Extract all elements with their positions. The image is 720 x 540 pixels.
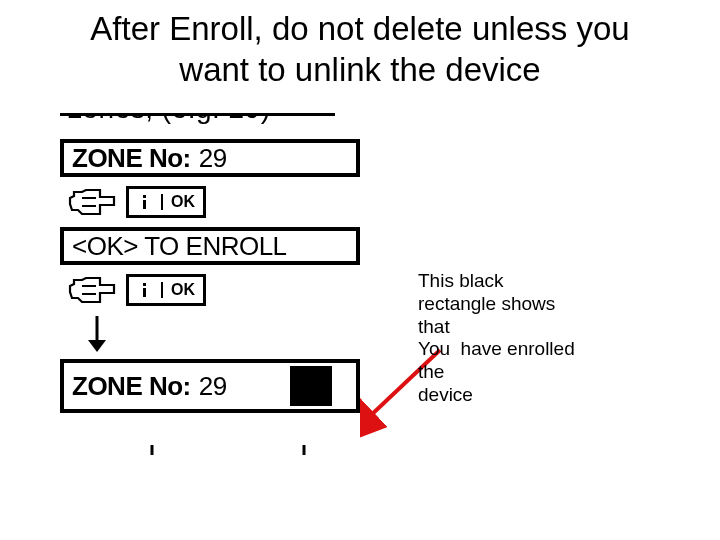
flow-down-arrow-row (60, 315, 370, 353)
enroll-flow-diagram: zones, (e.g. 29) ZONE No: 29 (60, 113, 370, 413)
lcd-ok-to-enroll: <OK> TO ENROLL (60, 227, 360, 265)
enrolled-indicator-square (290, 366, 332, 406)
callout-line-3: that (418, 316, 633, 339)
zone-value-2: 29 (199, 371, 227, 402)
info-i-icon (137, 194, 153, 210)
svg-rect-6 (143, 200, 146, 209)
ok-key: OK (126, 274, 206, 306)
cropped-previous-step: zones, (e.g. 29) (60, 113, 370, 135)
svg-rect-5 (143, 195, 146, 198)
svg-rect-13 (143, 288, 146, 297)
ok-key: OK (126, 186, 206, 218)
page-title: After Enroll, do not delete unless you w… (0, 8, 720, 91)
ok-key-label-2: OK (171, 281, 195, 299)
callout-text: This black rectangle shows that You have… (418, 270, 633, 407)
zone-label-1: ZONE No: (72, 143, 191, 174)
callout-line-6: device (418, 384, 633, 407)
svg-rect-7 (161, 194, 163, 210)
svg-rect-12 (143, 283, 146, 286)
title-line-2: want to unlink the device (179, 51, 540, 88)
arrow-down-icon (86, 316, 108, 352)
info-i-icon (137, 282, 153, 298)
cropped-continuation-ticks (60, 445, 360, 459)
divider-icon (159, 194, 165, 210)
cropped-previous-text: zones, (e.g. 29) (68, 113, 271, 125)
callout-line-5: the (418, 361, 633, 384)
zone-label-2: ZONE No: (72, 371, 191, 402)
pointing-hand-icon (68, 186, 116, 218)
callout-line-1: This black (418, 270, 633, 293)
lcd-zone-number-initial: ZONE No: 29 (60, 139, 360, 177)
title-line-1: After Enroll, do not delete unless you (90, 10, 629, 47)
svg-marker-16 (88, 340, 106, 352)
lcd-ok-to-enroll-text: <OK> TO ENROLL (72, 231, 287, 262)
zone-value-1: 29 (199, 143, 227, 174)
divider-icon (159, 282, 165, 298)
svg-rect-14 (161, 282, 163, 298)
lcd-zone-number-enrolled: ZONE No: 29 (60, 359, 360, 413)
callout-line-4: You have enrolled (418, 338, 633, 361)
callout-line-2: rectangle shows (418, 293, 633, 316)
press-ok-row-1: OK (60, 183, 370, 221)
ok-key-label-1: OK (171, 193, 195, 211)
press-ok-row-2: OK (60, 271, 370, 309)
pointing-hand-icon (68, 274, 116, 306)
